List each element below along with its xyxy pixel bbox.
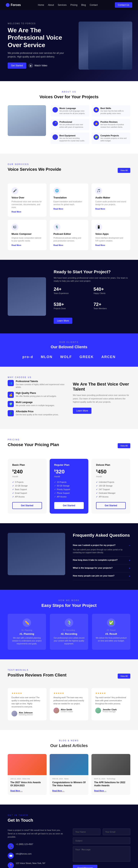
- service-card-1: 🌐 Translation Expert translation and loc…: [50, 183, 89, 217]
- contact-tag: GET IN TOUCH: [8, 814, 130, 816]
- hero-secondary-button[interactable]: ▶ Watch Video: [29, 63, 47, 68]
- feature-icon-1: ⭐: [94, 107, 99, 113]
- faq-item-2[interactable]: What is the language for your projects? …: [73, 564, 130, 572]
- about-features: 🎵 Music Language We provide multi-langua…: [51, 105, 130, 144]
- blog-read-more-2[interactable]: Read More →: [94, 790, 106, 792]
- how-we-work-title: Easy Steps for Your Project: [8, 603, 130, 608]
- service-link-4[interactable]: Read More: [53, 244, 85, 246]
- nav-link-blog[interactable]: Blog: [81, 4, 86, 6]
- service-link-0[interactable]: Read More: [11, 211, 43, 213]
- faq-item-1[interactable]: How long does it take to complete a proj…: [73, 557, 130, 564]
- pricing-feature-0-4: API Access: [12, 495, 42, 499]
- nav-link-about[interactable]: About: [48, 4, 54, 6]
- nav-link-contact[interactable]: Contact: [90, 4, 98, 6]
- why-item-2: 🌍 Multi Language We provide voice overs …: [8, 401, 65, 407]
- contact-email-input[interactable]: [103, 829, 130, 835]
- service-link-2[interactable]: Read More: [95, 208, 127, 210]
- clients-section: OUR CLIENTS Our Beloved Clients pro-d ML…: [0, 334, 138, 367]
- testimonials-tag: TESTIMONIALS: [8, 669, 66, 671]
- contact-subject-input[interactable]: [73, 837, 130, 844]
- pricing-feature-2-4: API Access: [96, 495, 126, 499]
- why-desc-2: We provide voice overs in multiple langu…: [16, 404, 55, 407]
- why-us-button[interactable]: Learn More: [73, 408, 91, 414]
- pricing-btn-2[interactable]: Get Started: [96, 502, 126, 509]
- testimonial-text-0: Excellent voice over service! The qualit…: [11, 696, 43, 708]
- blog-read-more-0[interactable]: Read More →: [10, 790, 22, 792]
- feature-desc-4: We use the best recording equipment for …: [59, 137, 87, 142]
- faq-item-3[interactable]: How many people can join on your team? +: [73, 572, 130, 580]
- service-title-3: Music Composer: [11, 232, 43, 235]
- contact-description: Have a project in mind? We would love to…: [8, 829, 65, 839]
- service-desc-5: Voice interface development and IVR syst…: [95, 237, 127, 242]
- service-link-3[interactable]: Read More: [11, 244, 43, 246]
- pricing-features-2: Unlimited Projects 100 GB Storage 24/7 S…: [96, 480, 126, 499]
- pricing-title: Choose Your Pricing Plan: [8, 442, 59, 447]
- hero-primary-button[interactable]: Get Started: [8, 62, 26, 69]
- pricing-feature-1-1: 50 GB Storage: [54, 484, 84, 488]
- feature-item-4: 🎧 Best Equipment We use the best recordi…: [51, 132, 89, 144]
- service-title-5: Voice Apps: [95, 232, 127, 235]
- nav-cta-button[interactable]: Contact Us: [115, 2, 132, 8]
- why-title-2: Multi Language: [16, 401, 55, 404]
- hero-content: WELCOME TO FORCES We Are The Professiona…: [8, 23, 73, 69]
- pricing-view-all-button[interactable]: View All: [118, 443, 130, 448]
- stats-description: We have been providing professional voic…: [54, 276, 130, 283]
- blog-read-more-1[interactable]: Read More →: [52, 790, 64, 792]
- testimonials-view-all-button[interactable]: View All: [118, 674, 130, 679]
- faq-item-0[interactable]: How can I submit a project for my projec…: [73, 542, 130, 557]
- feature-item-5: ✅ Complete Projects We complete projects…: [92, 132, 130, 144]
- nav-link-services[interactable]: Services: [58, 4, 66, 6]
- contact-submit-button[interactable]: Send Message: [73, 865, 97, 868]
- pricing-plan-name-0: Basic Plan: [12, 463, 42, 466]
- pricing-features-0: 5 Projects 10 GB Storage Basic Support E…: [12, 480, 42, 499]
- stats-section: Ready to Start Your Project? We have bee…: [0, 260, 138, 334]
- nav-link-pricing[interactable]: Pricing: [70, 4, 78, 6]
- pricing-btn-0[interactable]: Get Started: [12, 502, 42, 509]
- client-logo-0: pro-d: [22, 355, 33, 359]
- service-link-1[interactable]: Read More: [53, 208, 85, 210]
- hero-actions: Get Started ▶ Watch Video: [8, 62, 73, 69]
- nav-link-home[interactable]: Home: [38, 4, 44, 6]
- steps-grid: ✏️ 01. Planning #1. Planning We start wi…: [8, 614, 130, 650]
- faq-answer-0: You can submit your project through our …: [73, 548, 130, 554]
- feature-icon-2: 🎤: [52, 121, 58, 126]
- contact-message-textarea[interactable]: [73, 846, 130, 862]
- hero-title: We Are The Professional Voice Over Servi…: [8, 27, 73, 49]
- nav-logo: Forces: [6, 3, 21, 7]
- blog-card-0: JAN 12, 2024 · Voice Arts The 2027 Voice…: [8, 754, 47, 795]
- feature-icon-0: 🎵: [52, 107, 58, 113]
- about-image: [8, 105, 46, 136]
- contact-section: GET IN TOUCH Get In Touch Have a project…: [0, 805, 138, 868]
- pricing-section: PRICING Choose Your Pricing Plan View Al…: [0, 429, 138, 523]
- services-view-all-button[interactable]: View All: [118, 168, 130, 173]
- author-role-2: Product Manager: [102, 711, 117, 713]
- contact-form: Send Message: [73, 829, 130, 868]
- hero-image-placeholder: [79, 22, 132, 70]
- step-number-0: 01. Planning: [11, 629, 43, 631]
- why-us-section: WHY CHOOSE US 👥 Professional Talents Our…: [0, 367, 138, 429]
- why-us-title: We Are The Best Voice Over Talent: [73, 382, 130, 392]
- service-link-5[interactable]: Read More: [95, 244, 127, 246]
- author-name-0: Alex Johnson: [19, 711, 33, 714]
- location-icon: 📍: [8, 862, 14, 868]
- why-icon-3: 💲: [8, 410, 14, 416]
- service-icon-0: 🎤: [11, 187, 18, 194]
- logo-text: Forces: [11, 3, 21, 7]
- stats-cta-button[interactable]: Learn More: [54, 318, 72, 324]
- contact-name-input[interactable]: [73, 829, 100, 835]
- pricing-feature-1-4: API Access: [54, 495, 84, 499]
- why-us-description: We have been providing professional voic…: [73, 394, 130, 404]
- faq-toggle-3: +: [129, 575, 130, 578]
- about-image-inner: [8, 105, 46, 136]
- contact-detail-2: 📍 123 Voice Street, New York, NY: [8, 862, 65, 868]
- stars-1: ★★★★★: [53, 692, 85, 694]
- service-icon-5: 📱: [95, 224, 102, 230]
- hero-person-image: [88, 27, 123, 70]
- blog-card-2: MAR 15, 2024 · Technology The APR Select…: [91, 754, 130, 795]
- testimonial-card-0: ★★★★★ Excellent voice over service! The …: [8, 688, 47, 720]
- author-name-1: Alice Smith: [61, 708, 73, 711]
- pricing-feature-0-0: 5 Projects: [12, 480, 42, 484]
- stats-title: Ready to Start Your Project?: [54, 270, 130, 274]
- pricing-btn-1[interactable]: Get Started: [54, 502, 84, 509]
- stars-2: ★★★★★: [95, 692, 127, 694]
